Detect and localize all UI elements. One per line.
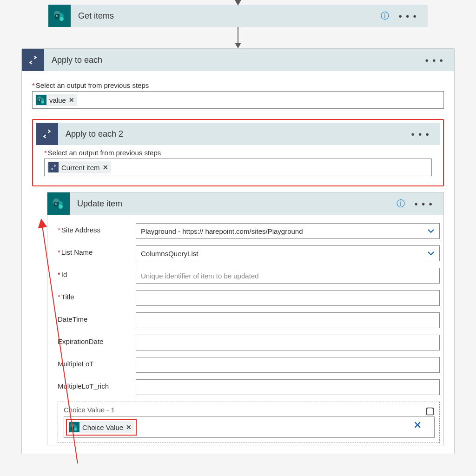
flow-connector <box>0 27 476 48</box>
output-label: *Select an output from previous steps <box>32 81 444 89</box>
token-choice-value[interactable]: S Choice Value ✕ <box>68 421 134 433</box>
list-name-select[interactable]: ColumnsQueryList <box>136 245 440 261</box>
card-title: Get items <box>71 11 381 21</box>
card-title: Update item <box>70 199 397 209</box>
token-current-item[interactable]: Current item ✕ <box>47 161 111 173</box>
title-input[interactable] <box>136 290 440 306</box>
update-item-header[interactable]: S Update item ⓘ ● ● ● <box>47 192 443 215</box>
token-remove-icon[interactable]: ✕ <box>69 96 74 104</box>
choice-value-group: Choice Value - 1 S C <box>58 402 440 443</box>
expiration-input[interactable] <box>136 335 440 350</box>
more-menu[interactable]: ● ● ● <box>409 129 432 139</box>
apply-to-each-2-header[interactable]: Apply to each 2 ● ● ● <box>36 123 440 145</box>
token-value[interactable]: S value ✕ <box>35 94 77 106</box>
sharepoint-icon: S <box>36 95 46 105</box>
loop-icon <box>36 123 58 145</box>
more-menu[interactable]: ● ● ● <box>412 198 435 209</box>
token-label: Current item <box>61 164 100 172</box>
help-icon[interactable]: ⓘ <box>397 198 405 209</box>
token-label: Choice Value <box>82 423 123 431</box>
site-address-select[interactable]: Playground - https:// harepoint.com/site… <box>136 223 440 239</box>
apply-to-each-2-highlight: Apply to each 2 ● ● ● *Select an output … <box>32 119 444 186</box>
sharepoint-icon: S <box>48 5 71 27</box>
output-token-field[interactable]: Current item ✕ <box>44 159 432 176</box>
label-datetime: DateTime <box>58 312 136 323</box>
card-title: Apply to each <box>44 55 423 65</box>
more-menu[interactable]: ● ● ● <box>423 55 446 66</box>
token-label: value <box>49 96 66 104</box>
label-multiplelot-rich: MultipleLoT_rich <box>58 379 136 390</box>
update-item-card: S Update item ⓘ ● ● ● *Site Address Play… <box>47 192 444 445</box>
choice-group-label: Choice Value - 1 <box>64 406 435 414</box>
sharepoint-icon: S <box>47 192 70 215</box>
label-expiration: ExpirationDate <box>58 335 136 345</box>
get-items-card[interactable]: S Get items ⓘ ● ● ● <box>48 5 428 27</box>
choice-value-field[interactable]: S Choice Value ✕ <box>64 416 435 438</box>
token-remove-icon[interactable]: ✕ <box>126 423 132 431</box>
loop-icon <box>22 49 44 71</box>
chevron-down-icon <box>427 227 435 235</box>
chevron-down-icon <box>427 249 435 258</box>
label-multiplelot: MultipleLoT <box>58 357 136 368</box>
datetime-input[interactable] <box>136 312 440 328</box>
label-title: *Title <box>58 290 136 301</box>
flow-connector-arrow-head <box>235 0 241 6</box>
more-menu[interactable]: ● ● ● <box>397 11 419 21</box>
multiplelot-input[interactable] <box>136 357 440 373</box>
sharepoint-icon: S <box>69 422 79 432</box>
card-title: Apply to each 2 <box>58 129 409 139</box>
svg-rect-0 <box>427 408 434 415</box>
apply-to-each-header[interactable]: Apply to each ● ● ● <box>22 49 454 71</box>
output-label: *Select an output from previous steps <box>44 149 432 157</box>
id-input[interactable]: Unique identifier of item to be updated <box>136 268 440 284</box>
choice-token-highlight: S Choice Value ✕ <box>66 419 137 436</box>
multiplelot-rich-input[interactable] <box>136 379 440 395</box>
loop-icon <box>48 162 59 172</box>
label-site-address: *Site Address <box>58 223 136 234</box>
label-id: *Id <box>58 268 136 278</box>
apply-to-each-container: Apply to each ● ● ● *Select an output fr… <box>21 48 455 454</box>
output-token-field[interactable]: S value ✕ <box>32 91 444 109</box>
clear-field-icon[interactable]: ✕ <box>413 419 422 431</box>
token-remove-icon[interactable]: ✕ <box>103 164 108 171</box>
label-list-name: *List Name <box>58 245 136 256</box>
help-icon[interactable]: ⓘ <box>381 10 389 21</box>
